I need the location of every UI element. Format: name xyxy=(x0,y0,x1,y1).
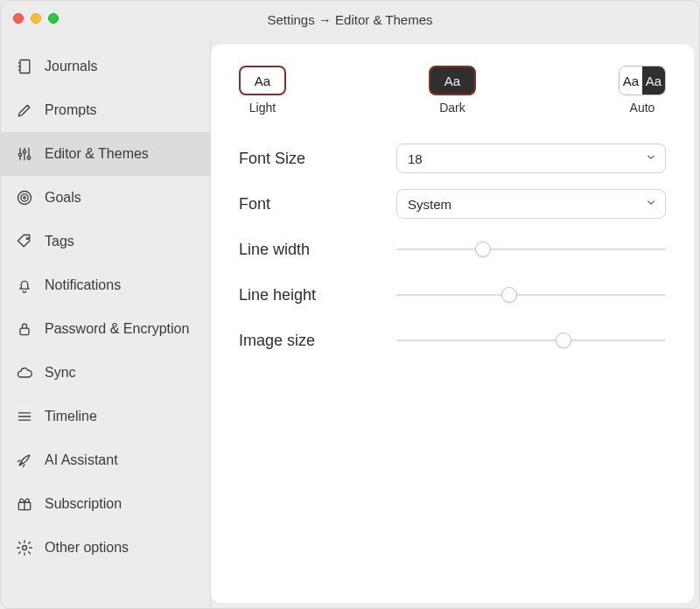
sidebar-item-label: Subscription xyxy=(45,496,122,512)
gear-icon xyxy=(15,538,34,557)
svg-point-4 xyxy=(18,192,32,205)
sidebar-item-label: Goals xyxy=(45,190,81,206)
font-select[interactable]: System xyxy=(396,189,666,219)
line-width-label: Line width xyxy=(239,241,396,259)
line-height-row: Line height xyxy=(235,272,669,318)
line-width-slider[interactable] xyxy=(396,240,666,259)
tag-icon xyxy=(15,232,34,251)
sidebar-item-sync[interactable]: Sync xyxy=(1,351,210,395)
theme-auto-swatch: Aa Aa xyxy=(619,66,666,95)
svg-rect-8 xyxy=(20,328,29,335)
theme-auto-label: Auto xyxy=(630,101,655,115)
svg-point-10 xyxy=(23,546,27,550)
slider-track xyxy=(396,340,666,341)
image-size-row: Image size xyxy=(235,318,669,363)
sidebar-item-notifications[interactable]: Notifications xyxy=(1,263,210,307)
theme-auto[interactable]: Aa Aa Auto xyxy=(619,66,666,115)
sidebar-item-label: Password & Encryption xyxy=(45,321,189,337)
sidebar-item-tags[interactable]: Tags xyxy=(1,220,210,263)
svg-point-1 xyxy=(18,153,21,156)
lock-icon xyxy=(15,319,34,339)
image-size-label: Image size xyxy=(239,332,396,350)
pencil-icon xyxy=(15,101,34,120)
line-height-slider[interactable] xyxy=(396,285,666,304)
font-value: System xyxy=(396,189,666,219)
theme-sample-text: Aa xyxy=(444,74,460,88)
gift-icon xyxy=(15,494,34,514)
sidebar-item-journals[interactable]: Journals xyxy=(1,45,210,88)
window-body: Journals Prompts Editor & Themes Goals xyxy=(1,39,699,608)
slider-thumb[interactable] xyxy=(475,242,491,257)
font-row: Font System xyxy=(235,181,669,227)
svg-point-5 xyxy=(21,194,28,201)
sidebar-item-other[interactable]: Other options xyxy=(1,526,210,570)
theme-sample-text: Aa xyxy=(642,66,665,94)
svg-point-7 xyxy=(26,238,28,240)
sidebar-item-timeline[interactable]: Timeline xyxy=(1,395,210,438)
target-icon xyxy=(15,188,34,207)
sidebar-item-label: Tags xyxy=(45,234,74,249)
theme-picker: Aa Light Aa Dark Aa Aa Auto xyxy=(239,66,666,115)
font-size-row: Font Size 18 xyxy=(235,136,669,181)
theme-dark-label: Dark xyxy=(439,101,466,115)
sidebar-item-password-encryption[interactable]: Password & Encryption xyxy=(1,307,210,351)
sidebar-item-ai-assistant[interactable]: AI Assistant xyxy=(1,438,210,482)
close-window-button[interactable] xyxy=(13,13,24,24)
titlebar: Settings → Editor & Themes xyxy=(1,1,699,39)
font-size-value: 18 xyxy=(396,144,666,173)
theme-sample-text: Aa xyxy=(620,66,642,94)
sidebar-item-label: Journals xyxy=(45,59,97,74)
theme-light[interactable]: Aa Light xyxy=(239,66,286,115)
theme-light-label: Light xyxy=(249,101,276,115)
svg-point-2 xyxy=(23,150,25,153)
cloud-icon xyxy=(15,363,34,382)
sidebar-item-subscription[interactable]: Subscription xyxy=(1,482,210,526)
theme-dark-swatch: Aa xyxy=(429,66,476,95)
sidebar-item-label: Editor & Themes xyxy=(45,146,149,162)
zoom-window-button[interactable] xyxy=(48,13,59,24)
sidebar-item-label: Timeline xyxy=(45,409,97,424)
rocket-icon xyxy=(15,451,34,470)
sidebar-item-label: Sync xyxy=(45,365,76,381)
line-height-label: Line height xyxy=(239,286,396,304)
theme-dark[interactable]: Aa Dark xyxy=(429,66,476,115)
slider-thumb[interactable] xyxy=(501,287,517,303)
bell-icon xyxy=(15,276,34,295)
sidebar-item-label: AI Assistant xyxy=(45,452,118,468)
svg-point-6 xyxy=(24,197,26,200)
sidebar-item-label: Prompts xyxy=(45,102,97,118)
svg-point-3 xyxy=(27,157,30,159)
sidebar-item-label: Other options xyxy=(45,540,129,556)
slider-track xyxy=(396,294,666,296)
minimize-window-button[interactable] xyxy=(31,13,41,24)
theme-sample-text: Aa xyxy=(255,74,270,88)
font-label: Font xyxy=(239,195,396,214)
window-title: Settings → Editor & Themes xyxy=(1,12,699,27)
font-size-label: Font Size xyxy=(239,150,396,168)
sidebar-item-label: Notifications xyxy=(45,277,121,293)
sidebar-item-goals[interactable]: Goals xyxy=(1,176,210,220)
slider-thumb[interactable] xyxy=(556,332,571,348)
image-size-slider[interactable] xyxy=(396,331,666,350)
font-size-select[interactable]: 18 xyxy=(396,144,666,173)
theme-light-swatch: Aa xyxy=(239,66,286,95)
list-icon xyxy=(15,407,34,426)
sidebar: Journals Prompts Editor & Themes Goals xyxy=(1,39,211,608)
settings-content: Aa Light Aa Dark Aa Aa Auto xyxy=(211,45,694,603)
sidebar-item-prompts[interactable]: Prompts xyxy=(1,88,210,132)
journal-icon xyxy=(15,57,34,76)
sliders-icon xyxy=(15,144,34,164)
svg-rect-0 xyxy=(20,60,30,74)
window-controls xyxy=(13,13,59,24)
slider-track xyxy=(396,248,666,250)
line-width-row: Line width xyxy=(235,227,669,272)
settings-window: Settings → Editor & Themes Journals Prom… xyxy=(0,0,700,609)
sidebar-item-editor-themes[interactable]: Editor & Themes xyxy=(1,132,210,176)
